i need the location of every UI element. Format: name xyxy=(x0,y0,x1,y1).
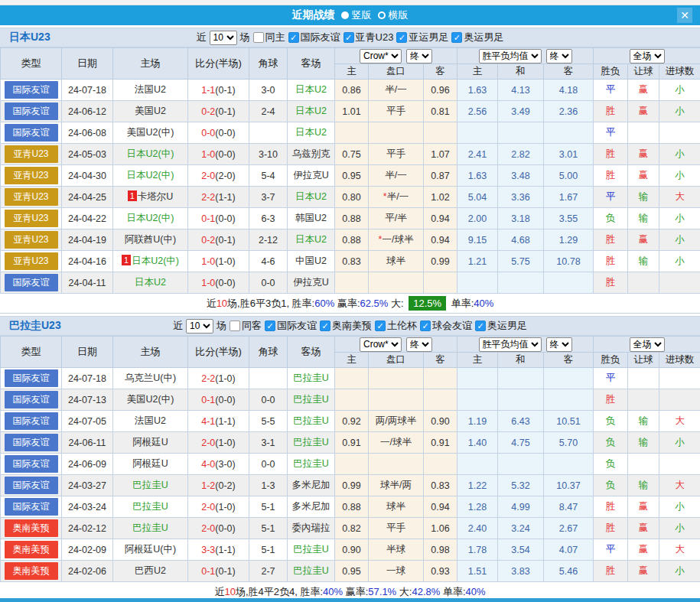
handicap-result-cell xyxy=(628,368,659,389)
euro-final-select[interactable]: 终 xyxy=(546,49,572,63)
result-cell: 负 xyxy=(594,411,628,432)
score-cell: 2-2(1-0) xyxy=(188,368,249,389)
league-checkbox[interactable]: ✓亚运男足 xyxy=(396,31,448,44)
odds-company-select[interactable]: Crow* xyxy=(360,337,402,352)
handicap-result-cell: 输 xyxy=(628,411,659,432)
asian-away-odds: 0.96 xyxy=(424,80,457,101)
euro-odds-group-header: 胜平负均值终 xyxy=(457,48,594,64)
checkbox-icon xyxy=(253,32,264,43)
match-row: 奥南美预24-02-09阿根廷U(中)3-3(1-1)5-1巴拉圭U0.90半球… xyxy=(1,539,700,561)
home-team-cell: 阿根廷U(中) xyxy=(113,539,188,561)
same-venue-checkbox[interactable]: 同主 xyxy=(253,31,285,44)
away-team-name: 巴拉圭U xyxy=(293,437,329,447)
dialog-titlebar: 近期战绩 竖版 横版 ✕ xyxy=(0,5,700,25)
score-cell: 0-1(0-0) xyxy=(188,208,249,229)
league-checkbox[interactable]: ✓球会友谊 xyxy=(420,319,472,333)
asian-home-odds xyxy=(335,389,369,411)
corner-score: 2-12 xyxy=(249,229,288,251)
checkbox-checked-icon: ✓ xyxy=(288,32,299,43)
filter-bar: 近10场同主✓国际友谊✓亚青U23✓亚运男足✓奥运男足 xyxy=(197,31,504,45)
home-team-name: 阿根廷U(中) xyxy=(125,544,176,555)
col-header-asian-handicap: 盘口 xyxy=(369,353,424,368)
match-count-select[interactable]: 10 xyxy=(210,31,237,45)
odds-final-select[interactable]: 终 xyxy=(406,49,432,63)
away-team-cell: 伊拉克U xyxy=(288,272,335,294)
league-checkbox[interactable]: ✓奥南美预 xyxy=(320,319,372,333)
match-row: 国际友谊24-07-18乌克兰U(中)2-2(1-0)巴拉圭U平 xyxy=(1,368,700,389)
handicap-result-cell: 输 xyxy=(628,432,659,454)
handicap-result-cell: 赢 xyxy=(628,229,659,251)
match-row: 国际友谊24-07-05法国U24-1(1-1)5-5巴拉圭U0.92两/两球半… xyxy=(1,411,700,432)
away-team-cell: 多米尼加 xyxy=(288,496,335,518)
euro-lose-odds: 5.00 xyxy=(544,165,594,187)
euro-lose-odds: 4.07 xyxy=(544,539,594,561)
euro-lose-odds xyxy=(544,272,594,294)
type-cell: 国际友谊 xyxy=(1,411,62,432)
layout-radio-horizontal[interactable]: 横版 xyxy=(378,8,409,22)
handicap-result-cell: 赢 xyxy=(628,518,659,539)
radio-selected-icon xyxy=(341,11,349,19)
euro-draw-odds: 6.43 xyxy=(498,411,544,432)
home-team-name: 法国U2 xyxy=(135,415,166,426)
scope-select[interactable]: 全场 xyxy=(630,337,665,352)
odds-company-select[interactable]: Crow* xyxy=(360,49,402,63)
euro-lose-odds: 3.01 xyxy=(544,144,594,165)
asian-home-odds xyxy=(335,454,369,475)
league-checkbox[interactable]: ✓国际友谊 xyxy=(265,319,317,333)
match-date: 24-04-25 xyxy=(62,187,113,208)
halftime-score: (0-0) xyxy=(215,149,235,160)
goals-result-cell: 小 xyxy=(659,561,700,582)
near-label: 近 xyxy=(173,319,183,333)
layout-radio-vertical[interactable]: 竖版 xyxy=(341,8,372,22)
asian-handicap xyxy=(369,454,424,475)
league-checkbox[interactable]: ✓奥运男足 xyxy=(475,319,527,333)
home-team-cell: 巴拉圭U xyxy=(113,496,188,518)
favourite-star: * xyxy=(379,234,383,245)
home-team-cell: 阿根廷U xyxy=(113,432,188,454)
league-type-badge: 国际友谊 xyxy=(5,124,58,142)
league-checkbox[interactable]: ✓国际友谊 xyxy=(288,31,340,44)
match-row: 亚青U2324-04-30日本U2(中)2-0(2-0)5-4伊拉克U0.95半… xyxy=(1,165,700,187)
euro-lose-odds: 10.78 xyxy=(544,251,594,272)
rank-badge: 1 xyxy=(122,255,131,265)
close-button[interactable]: ✕ xyxy=(677,8,692,23)
euro-avg-select[interactable]: 胜平负均值 xyxy=(479,337,542,352)
away-team-name: 多米尼加 xyxy=(292,501,330,512)
euro-win-odds: 2.40 xyxy=(457,518,498,539)
euro-avg-select[interactable]: 胜平负均值 xyxy=(479,49,542,63)
match-row: 亚青U2324-04-161日本U2(中)1-0(1-0)4-6中国U20.83… xyxy=(1,251,700,272)
away-team-name: 韩国U2 xyxy=(295,213,327,223)
matches-label: 场 xyxy=(240,31,250,44)
euro-final-select[interactable]: 终 xyxy=(546,337,572,352)
league-checkbox[interactable]: ✓土伦杯 xyxy=(375,319,417,333)
result-text: 胜 xyxy=(606,565,616,576)
result-text: 小 xyxy=(675,437,685,447)
result-text: 胜 xyxy=(606,234,616,245)
scope-select[interactable]: 全场 xyxy=(630,49,665,63)
league-checkbox[interactable]: ✓奥运男足 xyxy=(451,31,503,44)
asian-away-odds xyxy=(424,389,457,411)
fulltime-score: 2-2 xyxy=(201,373,215,384)
away-team-cell: 巴拉圭U xyxy=(288,454,335,475)
corner-score: 5-1 xyxy=(249,518,288,539)
match-count-select[interactable]: 10 xyxy=(186,319,213,334)
goals-result-cell xyxy=(659,454,700,475)
same-venue-checkbox[interactable]: 同客 xyxy=(230,319,262,333)
match-date: 24-03-27 xyxy=(62,475,113,496)
league-checkbox-label: 土伦杯 xyxy=(387,319,417,333)
match-row: 国际友谊24-04-11日本U21-0(0-0)0-0伊拉克U胜 xyxy=(1,272,700,294)
euro-win-odds: 1.51 xyxy=(457,561,498,582)
asian-away-odds: 0.81 xyxy=(424,101,457,122)
league-checkbox[interactable]: ✓亚青U23 xyxy=(343,31,394,44)
match-row: 亚青U2324-04-251卡塔尔U2-2(1-1)3-7日本U20.80*半/… xyxy=(1,187,700,208)
result-cell: 胜 xyxy=(594,518,628,539)
section-header-japan-u23: 日本U23 近10场同主✓国际友谊✓亚青U23✓亚运男足✓奥运男足 xyxy=(0,28,700,47)
col-header-euro-win: 主 xyxy=(457,64,498,80)
odds-final-select[interactable]: 终 xyxy=(406,337,432,352)
match-row: 国际友谊24-03-24巴拉圭U2-0(1-0)5-1多米尼加0.88球半0.9… xyxy=(1,496,700,518)
match-date: 24-04-16 xyxy=(62,251,113,272)
match-date: 24-06-09 xyxy=(62,454,113,475)
result-group-header: 全场 xyxy=(594,337,700,353)
score-cell: 1-0(1-0) xyxy=(188,251,249,272)
type-cell: 国际友谊 xyxy=(1,454,62,475)
